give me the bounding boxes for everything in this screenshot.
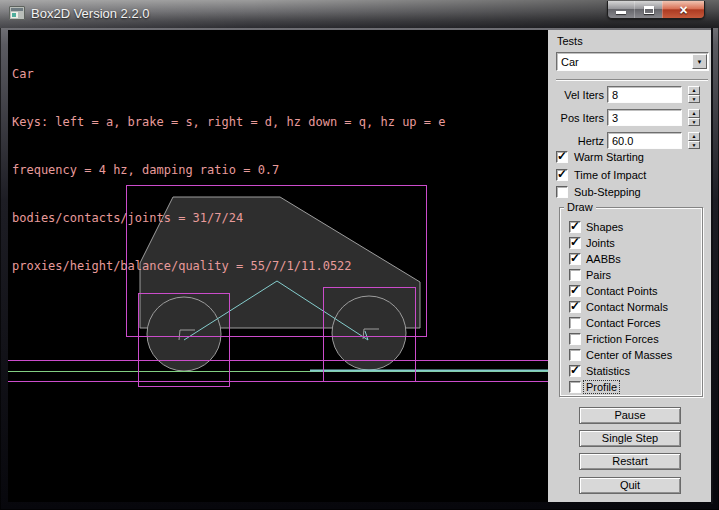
separator <box>556 79 708 81</box>
contact-normals-label: Contact Normals <box>586 301 668 313</box>
pos-iters-row: Pos Iters ▲ ▼ <box>548 109 711 126</box>
time-of-impact-label: Time of Impact <box>574 169 646 181</box>
pos-iters-label: Pos Iters <box>548 112 604 124</box>
pause-button[interactable]: Pause <box>579 407 681 424</box>
restart-button[interactable]: Restart <box>579 453 681 470</box>
aabbs-label: AABBs <box>586 253 621 265</box>
app-window: Box2D Version 2.2.0 × <box>0 0 719 510</box>
joints-label: Joints <box>586 237 615 249</box>
spinner-up-icon[interactable]: ▲ <box>688 132 700 141</box>
warm-starting-label: Warm Starting <box>574 151 644 163</box>
sub-stepping-label: Sub-Stepping <box>574 186 641 198</box>
proxies-stats-text: proxies/height/balance/quality = 55/7/1/… <box>12 258 445 274</box>
bodies-stats-text: bodies/contacts/joints = 31/7/24 <box>12 210 445 226</box>
spinner-up-icon[interactable]: ▲ <box>688 86 700 95</box>
statistics-label: Statistics <box>586 365 630 377</box>
checkbox-icon: ✓ <box>569 253 581 265</box>
draw-group-label: Draw <box>564 201 596 213</box>
center-of-masses-label: Center of Masses <box>586 349 672 361</box>
hertz-field <box>607 132 682 149</box>
spinner-up-icon[interactable]: ▲ <box>688 109 700 118</box>
hertz-row: Hertz ▲ ▼ <box>548 132 711 149</box>
checkbox-icon: ✓ <box>569 349 581 361</box>
close-icon: × <box>679 3 687 17</box>
app-icon <box>9 6 25 20</box>
pairs-label: Pairs <box>586 269 611 281</box>
title-bar[interactable]: Box2D Version 2.2.0 × <box>0 0 719 28</box>
contact-forces-label: Contact Forces <box>586 317 661 329</box>
checkbox-icon: ✓ <box>569 317 581 329</box>
vel-iters-field <box>607 86 682 103</box>
single-step-button[interactable]: Single Step <box>579 430 681 447</box>
pos-iters-field <box>607 109 682 126</box>
test-select-value: Car <box>561 56 579 68</box>
checkbox-icon: ✓ <box>569 301 581 313</box>
checkbox-icon: ✓ <box>569 221 581 233</box>
chevron-down-icon[interactable]: ▼ <box>692 54 707 69</box>
checkbox-icon: ✓ <box>569 333 581 345</box>
profile-label: Profile <box>584 381 619 393</box>
friction-forces-label: Friction Forces <box>586 333 659 345</box>
window-controls: × <box>607 1 705 19</box>
pos-iters-input[interactable] <box>609 111 680 124</box>
minimize-icon <box>616 11 626 14</box>
checkbox-icon: ✓ <box>556 151 568 163</box>
hertz-spinner: ▲ ▼ <box>688 132 700 149</box>
checkbox-icon: ✓ <box>556 186 568 198</box>
maximize-button[interactable] <box>634 1 662 18</box>
window-title: Box2D Version 2.2.0 <box>31 6 150 21</box>
simulation-canvas[interactable]: Car Keys: left = a, brake = s, right = d… <box>8 30 548 502</box>
checkbox-icon: ✓ <box>569 237 581 249</box>
hertz-label: Hertz <box>548 135 604 147</box>
vel-iters-label: Vel Iters <box>548 89 604 101</box>
spinner-down-icon[interactable]: ▼ <box>688 141 700 150</box>
front-wheel-shape <box>332 296 406 370</box>
frame-shade <box>711 28 713 504</box>
test-title-text: Car <box>12 66 445 82</box>
checkbox-icon: ✓ <box>569 269 581 281</box>
pos-iters-spinner: ▲ ▼ <box>688 109 700 126</box>
minimize-button[interactable] <box>608 1 634 18</box>
contact-points-label: Contact Points <box>586 285 658 297</box>
close-button[interactable]: × <box>662 1 704 18</box>
control-panel: Tests Car ▼ Vel Iters ▲ ▼ Pos Iters ▲ ▼ <box>548 30 711 502</box>
maximize-icon <box>644 6 654 14</box>
frequency-text: frequency = 4 hz, damping ratio = 0.7 <box>12 162 445 178</box>
vel-iters-row: Vel Iters ▲ ▼ <box>548 86 711 103</box>
tests-label: Tests <box>557 35 583 47</box>
checkbox-icon: ✓ <box>569 381 581 393</box>
spinner-down-icon[interactable]: ▼ <box>688 95 700 104</box>
checkbox-icon: ✓ <box>556 169 568 181</box>
vel-iters-input[interactable] <box>609 88 680 101</box>
quit-button[interactable]: Quit <box>579 477 681 494</box>
shapes-label: Shapes <box>586 221 623 233</box>
rear-wheel-shape <box>147 297 221 371</box>
hertz-input[interactable] <box>609 134 680 147</box>
debug-text-overlay: Car Keys: left = a, brake = s, right = d… <box>12 34 445 306</box>
keys-help-text: Keys: left = a, brake = s, right = d, hz… <box>12 114 445 130</box>
checkbox-icon: ✓ <box>569 365 581 377</box>
vel-iters-spinner: ▲ ▼ <box>688 86 700 103</box>
spinner-down-icon[interactable]: ▼ <box>688 118 700 127</box>
checkbox-icon: ✓ <box>569 285 581 297</box>
test-select[interactable]: Car ▼ <box>556 52 709 71</box>
draw-group: Draw ✓ Shapes ✓ Joints ✓ AABBs ✓ Pairs ✓… <box>559 207 703 397</box>
